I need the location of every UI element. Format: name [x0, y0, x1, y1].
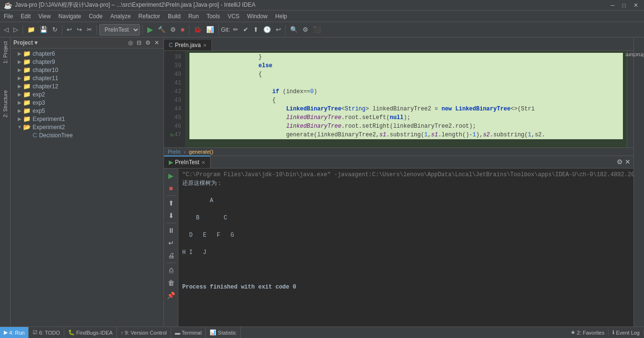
status-run[interactable]: ▶ 4: Run: [0, 327, 29, 338]
menu-edit[interactable]: Edit: [17, 12, 35, 21]
run-wrap-btn[interactable]: ↵: [167, 238, 176, 248]
toolbar-open-btn[interactable]: 📁: [25, 24, 37, 36]
run-clear-btn[interactable]: 🗑: [166, 278, 176, 288]
run-scroll-top-btn[interactable]: ⬆: [167, 198, 176, 208]
toolbar-sep5: [189, 25, 189, 35]
status-eventlog[interactable]: ℹ Event Log: [609, 329, 644, 336]
status-terminal[interactable]: ▬ Terminal: [171, 327, 206, 338]
tree-item-chapter12[interactable]: ▶ 📁 chapter12: [11, 82, 164, 90]
run-stop-btn[interactable]: ■: [167, 183, 174, 193]
menu-navigate[interactable]: Navigate: [55, 12, 85, 21]
run-scroll-bottom-btn[interactable]: ⬇: [167, 210, 176, 221]
build-button[interactable]: 🔨: [156, 24, 167, 36]
run-output-blank1: [182, 188, 630, 196]
menu-code[interactable]: Code: [85, 12, 106, 21]
run-pin-btn[interactable]: 📌: [165, 290, 176, 301]
git-update-btn[interactable]: ✏: [231, 24, 240, 36]
line-numbers: 38 39 40 41 42 43 44 45 46 ↻ 47: [164, 51, 186, 147]
toolbar-back-btn[interactable]: ◁: [2, 24, 11, 36]
run-settings-gear[interactable]: ⚙: [617, 158, 623, 166]
run-output-blank3: [182, 222, 630, 231]
toolbar-cut-btn[interactable]: ✂: [85, 24, 94, 36]
toolbar-redo-btn[interactable]: ↪: [75, 24, 84, 36]
status-todo-label: 6: TODO: [39, 330, 60, 336]
stop-button[interactable]: ■: [179, 24, 187, 36]
tab-close-btn[interactable]: ✕: [203, 43, 207, 48]
tree-item-chapter9[interactable]: ▶ 📁 chapter9: [11, 58, 164, 66]
editor-tab-prein[interactable]: C PreIn.java ✕: [164, 40, 212, 50]
toolbar: ◁ ▷ 📁 💾 ↻ ↩ ↪ ✂ PreInTest ▶ 🔨 ⚙ ■ 🐞 📊 Gi…: [0, 22, 644, 37]
find-btn[interactable]: 🔍: [288, 24, 300, 36]
gutter-icon-47[interactable]: ↻: [170, 131, 174, 139]
tree-item-experiment1[interactable]: ▶ 📁 Experiment1: [11, 115, 164, 123]
run-tab-close-btn[interactable]: ✕: [201, 160, 205, 165]
tree-item-chapter6[interactable]: ▶ 📁 chapter6: [11, 49, 164, 58]
debug-button[interactable]: 🐞: [192, 24, 203, 36]
folder-icon-exp5: 📁: [23, 107, 31, 114]
structure-tab-left[interactable]: 2: Structure: [1, 86, 9, 121]
run-print-btn[interactable]: 🖨: [166, 250, 176, 261]
tree-item-decisiontree[interactable]: C DecisionTree: [11, 131, 164, 139]
coverage-button[interactable]: 📊: [204, 24, 216, 36]
toolbar-save-btn[interactable]: 💾: [38, 24, 49, 36]
project-tab[interactable]: 1: Project: [1, 37, 9, 67]
tree-item-chapter11[interactable]: ▶ 📁 chapter11: [11, 74, 164, 82]
menu-refactor[interactable]: Refactor: [135, 12, 164, 21]
menu-analyze[interactable]: Analyze: [106, 12, 135, 21]
status-findbugs[interactable]: 🐛 FindBugs-IDEA: [64, 327, 117, 338]
git-push-btn[interactable]: ⬆: [251, 24, 260, 36]
code-content[interactable]: } else { if (index==0) {: [186, 51, 627, 147]
maximize-button[interactable]: □: [621, 2, 628, 9]
run-config-dropdown[interactable]: PreInTest: [99, 24, 140, 36]
run-sidebar-sep2: [166, 223, 176, 223]
middle-section: 1: Project 2: Structure Project ▾ ◎ ⊟ ⚙ …: [0, 37, 644, 326]
status-vcs[interactable]: ↑ 9: Version Control: [117, 327, 171, 338]
close-button[interactable]: ✕: [632, 2, 640, 9]
run-button[interactable]: ▶: [145, 24, 155, 36]
tree-item-exp2[interactable]: ▶ 📁 exp2: [11, 90, 164, 98]
breadcrumb-generate[interactable]: generate(): [189, 149, 213, 155]
toolbar-forward-btn[interactable]: ▷: [12, 24, 20, 36]
code-editor[interactable]: 38 39 40 41 42 43 44 45 46 ↻ 47: [164, 51, 633, 147]
status-todo[interactable]: ☑ 6: TODO: [29, 327, 64, 338]
project-collapse-btn[interactable]: ⊟: [135, 39, 143, 47]
terminal-icon: ▬: [175, 330, 180, 336]
project-close-btn[interactable]: ✕: [153, 39, 161, 47]
menu-vcs[interactable]: VCS: [224, 12, 244, 21]
settings-btn[interactable]: ⚙: [301, 24, 310, 36]
menu-tools[interactable]: Tools: [203, 12, 224, 21]
run-play-btn[interactable]: ▶: [167, 170, 175, 181]
menu-view[interactable]: View: [35, 12, 55, 21]
tree-item-exp3[interactable]: ▶ 📁 exp3: [11, 98, 164, 107]
git-history-btn[interactable]: 🕒: [261, 24, 273, 36]
terminal-btn[interactable]: ⬛: [311, 24, 323, 36]
run-filter-btn[interactable]: ⎙: [168, 265, 175, 276]
status-favorites[interactable]: ★ 2: Favorites: [567, 329, 609, 336]
structure-tab-right[interactable]: Z: Structure: [621, 51, 644, 59]
run-settings: ⚙ ✕: [614, 158, 633, 166]
git-commit-btn[interactable]: ✔: [241, 24, 250, 36]
toolbar-sep2: [62, 25, 62, 35]
menu-file[interactable]: File: [0, 12, 17, 21]
run-tab-preintest[interactable]: ▶ PreInTest ✕: [164, 156, 211, 168]
run-panel-close[interactable]: ✕: [625, 158, 631, 166]
project-locate-btn[interactable]: ◎: [127, 39, 134, 47]
tree-item-experiment2[interactable]: ▼ 📂 Experiment2: [11, 123, 164, 131]
menu-help[interactable]: Help: [271, 12, 291, 21]
menu-run[interactable]: Run: [185, 12, 203, 21]
tree-item-chapter10[interactable]: ▶ 📁 chapter10: [11, 66, 164, 74]
status-statistic[interactable]: 📊 Statistic: [206, 327, 241, 338]
run-sidebar-sep1: [166, 195, 176, 196]
tree-item-exp5[interactable]: ▶ 📁 exp5: [11, 107, 164, 115]
menu-build[interactable]: Build: [164, 12, 185, 21]
minimize-button[interactable]: ─: [609, 2, 617, 9]
git-revert-btn[interactable]: ↩: [274, 24, 283, 36]
menu-window[interactable]: Window: [243, 12, 271, 21]
build-menu-btn[interactable]: ⚙: [168, 24, 178, 36]
run-pause-btn[interactable]: ⏸: [166, 225, 176, 236]
app-window: ☕ Java-pro [D:\JAVA程序设计\Java-pro] – ...\…: [0, 0, 644, 338]
toolbar-undo-btn[interactable]: ↩: [65, 24, 74, 36]
toolbar-sync-btn[interactable]: ↻: [50, 24, 59, 36]
breadcrumb-prein[interactable]: PreIn: [168, 149, 180, 155]
project-settings-btn[interactable]: ⚙: [144, 39, 152, 47]
